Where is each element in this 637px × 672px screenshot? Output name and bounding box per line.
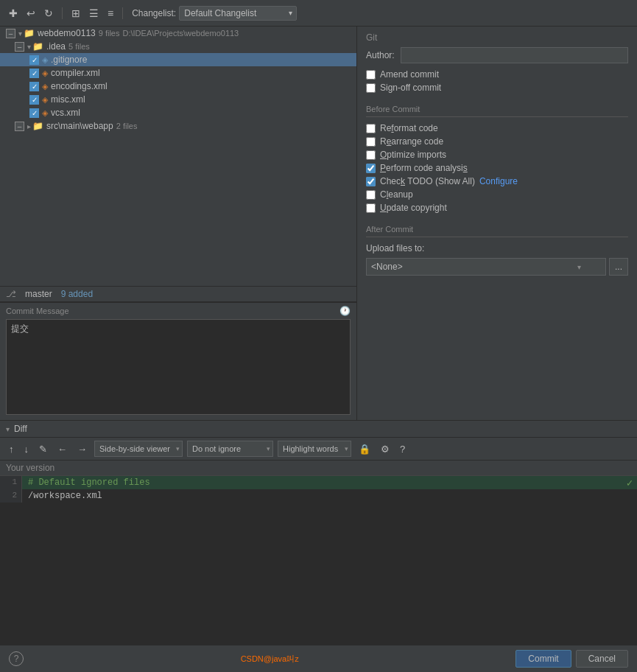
diff-down-button[interactable]: ↓ [21,442,32,456]
signoff-commit-row: Sign-off commit [366,83,628,93]
signoff-commit-checkbox[interactable] [366,83,376,93]
gitignore-checkbox[interactable]: ✓ [29,55,39,65]
encodings-name: encodings.xml [51,81,108,91]
compiler-icon: ◈ [42,69,48,78]
idea-checkbox[interactable]: – [15,42,24,52]
idea-name: .idea [46,41,66,52]
optimize-imports-label[interactable]: Optimize imports [380,150,446,160]
gitignore-icon: ◈ [42,55,48,65]
perform-analysis-checkbox[interactable] [366,164,376,173]
add-toolbar-button[interactable]: ✚ [6,6,21,21]
bottom-left: ? [9,651,24,666]
root-checkbox[interactable]: – [6,29,15,38]
tree-item-compiler[interactable]: ✓ ◈ compiler.xml [0,66,356,80]
optimize-imports-row: Optimize imports [366,150,628,160]
viewer-select[interactable]: Side-by-side viewer Unified viewer [94,441,183,457]
diff-edit-button[interactable]: ✎ [36,442,50,456]
upload-label: Upload files to: [366,243,424,253]
root-meta: 9 files [99,29,120,38]
vcs-checkbox[interactable]: ✓ [29,108,39,118]
file-tree[interactable]: – ▾ 📁 webdemo0113 9 files D:\IDEA\Projec… [0,27,356,286]
toolbar: ✚ ↩ ↻ ⊞ ☰ ≡ Changelist: Default Changeli… [0,0,637,27]
webapp-arrow: ▸ [27,122,31,130]
amend-commit-checkbox[interactable] [366,70,376,80]
diff-help-button[interactable]: ? [397,442,408,456]
misc-checkbox[interactable]: ✓ [29,95,39,105]
highlight-select[interactable]: Highlight words Highlight lines No highl… [278,441,351,457]
optimize-imports-checkbox[interactable] [366,150,376,160]
added-badge: 9 added [61,289,93,299]
encodings-checkbox[interactable]: ✓ [29,82,39,91]
bottom-bar: ? CSDN@java叫z Commit Cancel [0,645,637,672]
commit-message-input[interactable]: 提交 [6,319,351,415]
cancel-button[interactable]: Cancel [576,650,628,668]
configure-link[interactable]: Configure [479,176,518,186]
bottom-right: Commit Cancel [515,650,628,668]
diff-line-content-1: # Default ignored files [22,476,622,489]
update-copyright-checkbox[interactable] [366,203,376,213]
cleanup-checkbox[interactable] [366,190,376,200]
misc-icon: ◈ [42,95,48,105]
git-section-title: Git [366,32,628,43]
indent2-toolbar-button[interactable]: ≡ [105,6,116,21]
indent-toolbar-button[interactable]: ☰ [86,6,102,21]
root-folder-icon: 📁 [24,28,35,38]
branch-icon: ⎇ [6,289,16,299]
diff-forward-button[interactable]: → [74,442,90,456]
tree-item-webapp[interactable]: – ▸ 📁 src\main\webapp 2 files [0,119,356,133]
group-toolbar-button[interactable]: ⊞ [68,6,83,21]
compiler-checkbox[interactable]: ✓ [29,69,39,78]
toolbar-separator-2 [122,7,123,19]
idea-folder-icon: 📁 [32,41,43,52]
help-button[interactable]: ? [9,651,24,666]
upload-row: Upload files to: [366,243,628,253]
signoff-commit-label[interactable]: Sign-off commit [380,83,441,93]
after-commit-section: After Commit Upload files to: <None> ▾ .… [357,222,637,281]
tree-item-gitignore[interactable]: ✓ ◈ .gitignore [0,53,356,66]
rearrange-code-row: Rearrange code [366,136,628,147]
commit-button[interactable]: Commit [515,650,571,668]
rearrange-code-checkbox[interactable] [366,137,376,147]
tree-item-encodings[interactable]: ✓ ◈ encodings.xml [0,80,356,93]
author-row: Author: [366,47,628,63]
diff-section: ▾ Diff ↑ ↓ ✎ ← → Side-by-side viewer Uni… [0,420,637,645]
cleanup-label[interactable]: Cleanup [380,189,413,200]
diff-collapse-arrow[interactable]: ▾ [6,425,10,433]
upload-select-wrapper: <None> ▾ [366,258,606,276]
undo-toolbar-button[interactable]: ↩ [24,6,38,21]
webapp-folder-icon: 📁 [32,121,43,131]
clock-icon[interactable]: 🕐 [339,306,351,316]
webapp-name: src\main\webapp [46,121,113,131]
diff-settings-button[interactable]: ⚙ [378,442,393,456]
diff-back-button[interactable]: ← [54,442,70,456]
perform-analysis-label[interactable]: Perform code analysis [380,163,468,173]
diff-content: Your version 1 # Default ignored files ✓… [0,461,637,645]
upload-dots-button[interactable]: ... [609,258,628,276]
tree-item-vcs[interactable]: ✓ ◈ vcs.xml [0,106,356,119]
diff-up-button[interactable]: ↑ [6,442,17,456]
tree-item-idea[interactable]: – ▾ 📁 .idea 5 files [0,40,356,53]
author-input[interactable] [401,47,628,63]
changelist-select[interactable]: Default Changelist [179,6,297,21]
tree-item-misc[interactable]: ✓ ◈ misc.xml [0,93,356,106]
rearrange-code-label[interactable]: Rearrange code [380,136,443,147]
upload-select[interactable]: <None> [366,258,606,276]
check-todo-row: Check TODO (Show All) Configure [366,176,628,186]
tree-item-root[interactable]: – ▾ 📁 webdemo0113 9 files D:\IDEA\Projec… [0,27,356,40]
diff-lock-button[interactable]: 🔒 [356,442,373,456]
content-area: – ▾ 📁 webdemo0113 9 files D:\IDEA\Projec… [0,27,637,420]
check-todo-checkbox[interactable] [366,177,376,186]
webapp-checkbox[interactable]: – [15,122,24,131]
reformat-code-label[interactable]: Reformat code [380,123,438,133]
diff-version-label: Your version [0,461,637,476]
commit-message-section: Commit Message 🕐 提交 [0,302,356,420]
encodings-icon: ◈ [42,82,48,91]
update-copyright-label[interactable]: Update copyright [380,203,447,213]
amend-commit-label[interactable]: Amend commit [380,69,439,80]
check-todo-label[interactable]: Check TODO (Show All) [380,176,475,186]
commit-message-label: Commit Message [6,307,69,315]
reformat-code-checkbox[interactable] [366,124,376,133]
refresh-toolbar-button[interactable]: ↻ [41,6,56,21]
ignore-select[interactable]: Do not ignore Ignore whitespace Ignore l… [187,441,273,457]
main-container: ✚ ↩ ↻ ⊞ ☰ ≡ Changelist: Default Changeli… [0,0,637,672]
